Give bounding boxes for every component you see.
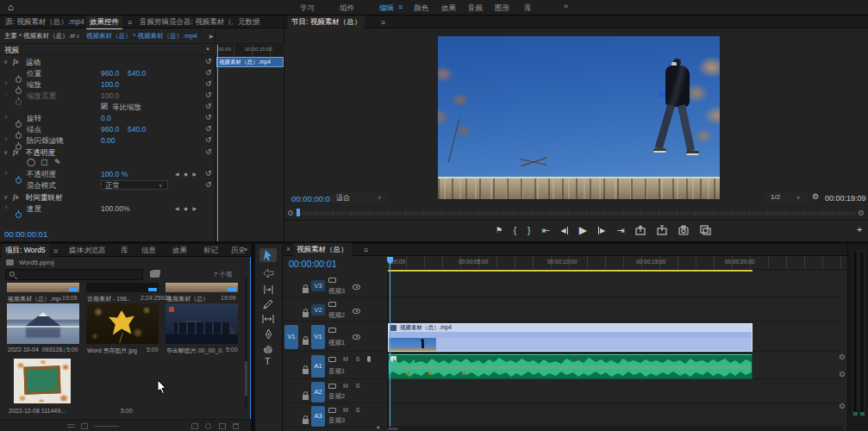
scrubber-left-handle[interactable] [288,210,293,216]
track-name[interactable]: 视频2 [328,311,345,320]
scale-row[interactable]: › 缩放 100.0 ↺ [0,79,215,90]
workspace-tab-graphics[interactable]: 图形 [491,2,513,15]
go-to-out-button[interactable]: ⇥ [616,225,624,236]
reset-anchor-icon[interactable]: ↺ [205,124,212,133]
project-file-name[interactable]: Word5.pproj [19,259,54,266]
timeline-ruler[interactable]: :00:00 00:00:05:00 00:00:10:00 00:00:15:… [388,256,868,270]
scrubber-right-handle[interactable] [859,210,864,216]
item-name[interactable]: 音频素材 - 196.. [87,295,130,303]
scrubber-track[interactable] [297,211,855,216]
tab-markers[interactable]: 标记 [200,244,222,257]
timeline-playhead[interactable] [390,257,390,428]
home-icon[interactable]: ⌂ [8,2,14,12]
project-breadcrumb[interactable]: Word5.pproj [0,258,251,269]
reset-blend-icon[interactable]: ↺ [205,180,212,189]
project-item-audio-thumb[interactable] [86,283,159,292]
lock-icon[interactable] [303,288,309,293]
scrubber-playhead[interactable] [297,209,300,216]
scale-value[interactable]: 100.0 [101,80,119,89]
anchor-x-value[interactable]: 960.0 [101,125,119,134]
tab-info[interactable]: 信息 [138,244,159,257]
effect-controls-menu-icon[interactable]: ≡ [128,18,132,27]
mark-in-button[interactable]: { [514,226,516,235]
rotation-row[interactable]: › 旋转 0.0 ↺ [0,113,215,123]
pen-tool[interactable] [264,328,273,340]
track-target-v3[interactable]: V3 [311,280,325,291]
workspace-tab-audio[interactable]: 音频 [465,2,486,15]
reset-opacity-icon[interactable]: ↺ [205,169,212,178]
antiflicker-value[interactable]: 0.00 [101,136,116,145]
reset-uniform-icon[interactable]: ↺ [205,102,212,110]
fx-icon[interactable]: fx [13,192,19,201]
item-name[interactable]: 视频素材（总）.mp4 [8,295,61,303]
effect-controls-timecode[interactable]: 00:00:00:01 [4,229,47,239]
blend-mode-dropdown[interactable]: 正常 ∨ [101,180,168,190]
effect-controls-mini-timeline[interactable]: 00:00 00:00,15:00 视频素材（总）.mp4 [215,30,284,241]
antiflicker-row[interactable]: › 防闪烁滤镜 0.00 ↺ [0,135,215,146]
reset-scale-icon[interactable]: ↺ [205,79,212,88]
rotation-value[interactable]: 0.0 [101,114,111,122]
twirl-closed-icon[interactable]: › [5,204,7,210]
track-resize-handle[interactable] [840,372,845,377]
track-target-v1[interactable]: V1 [311,325,325,349]
master-clip-chevron-icon[interactable]: ∨ [76,33,79,39]
track-header-v3[interactable]: V3 视频3 [283,274,388,297]
track-name[interactable]: 音频3 [328,416,345,425]
track-lane-v3[interactable] [388,274,842,297]
track-select-tool[interactable] [263,268,274,278]
program-scrubber[interactable] [288,209,865,217]
mini-timeline-ruler[interactable]: 00:00 00:00,15:00 [215,45,284,56]
add-marker-button[interactable]: ⚑ [496,226,503,234]
lock-icon[interactable] [303,312,309,317]
source-patch-v1[interactable]: V1 [284,325,298,349]
lock-icon[interactable] [303,395,309,400]
step-forward-button[interactable]: ▶ [598,227,605,234]
track-target-v2[interactable]: V2 [311,304,325,315]
twirl-closed-icon[interactable]: › [5,80,7,86]
list-view-icon[interactable] [67,424,75,429]
track-target-a2[interactable]: A2 [311,382,325,403]
trash-icon[interactable] [233,423,239,429]
item-name[interactable]: 2022-12-08 111449... [9,408,66,414]
track-output-eye-icon[interactable] [353,309,360,314]
project-item-city-thumb[interactable] [165,303,238,344]
clip-nav-icon[interactable]: ▶ [209,33,214,39]
keyframe-nav[interactable]: ◀ ◆ ▶ [175,205,198,211]
workspace-menu-icon[interactable]: ≡ [398,3,403,11]
opacity-row[interactable]: › 不透明度 100.0 % ◀ ◆ ▶ ↺ [0,169,215,179]
workspace-tab-effects[interactable]: 效果 [438,2,459,15]
workspace-tab-editing[interactable]: 编辑 [376,2,397,15]
linked-clip-selector[interactable]: 视频素材（总） * 视频素材（总）.mp4 [86,32,197,41]
rect-mask-icon[interactable]: ▢ [41,158,48,166]
mute-button[interactable]: M [341,406,350,415]
sync-lock-icon[interactable] [328,384,336,389]
position-y-value[interactable]: 540.0 [128,69,146,78]
workspace-tab-assembly[interactable]: 组件 [336,2,358,15]
mic-icon[interactable] [367,356,371,362]
sync-lock-icon[interactable] [328,278,336,283]
project-tabs-overflow-icon[interactable]: » [244,246,247,253]
item-name[interactable]: 视频素材（总） [166,295,209,303]
lock-icon[interactable] [303,340,309,345]
slip-tool[interactable] [262,314,274,324]
reset-opacity-group-icon[interactable]: ↺ [205,147,212,156]
tab-audio-clip-mixer[interactable]: 音频剪辑混合器: 视频素材（总） [136,16,233,28]
twirl-closed-icon[interactable]: › [5,114,7,120]
workspace-overflow-icon[interactable]: » [564,2,568,10]
uniform-scale-checkbox[interactable]: ✓ [101,103,108,109]
reset-position-icon[interactable]: ↺ [205,68,212,77]
video-clip-v1[interactable]: 视频素材（总）.mp4 [388,323,752,352]
speed-row[interactable]: › 速度 100.00% ◀ ◆ ▶ [0,203,215,214]
anchor-row[interactable]: 锚点 960.0 540.0 ↺ [0,124,215,134]
tab-libraries[interactable]: 库 [117,244,132,257]
track-target-a1[interactable]: A1 [311,355,325,378]
tab-source-monitor[interactable]: 源: 视频素材（总）.mp4 [2,16,84,28]
tab-program-monitor[interactable]: 节目: 视频素材（总） [288,16,365,28]
fit-dropdown[interactable]: 适合 ∨ [331,192,388,203]
tab-media-browser[interactable]: 媒体浏览器 [66,244,109,257]
reset-antiflicker-icon[interactable]: ↺ [205,135,212,144]
razor-tool[interactable] [263,299,273,309]
new-bin-icon[interactable] [150,271,159,278]
workspace-tab-learn[interactable]: 学习 [297,2,318,15]
project-menu-icon[interactable]: ≡ [53,247,58,255]
